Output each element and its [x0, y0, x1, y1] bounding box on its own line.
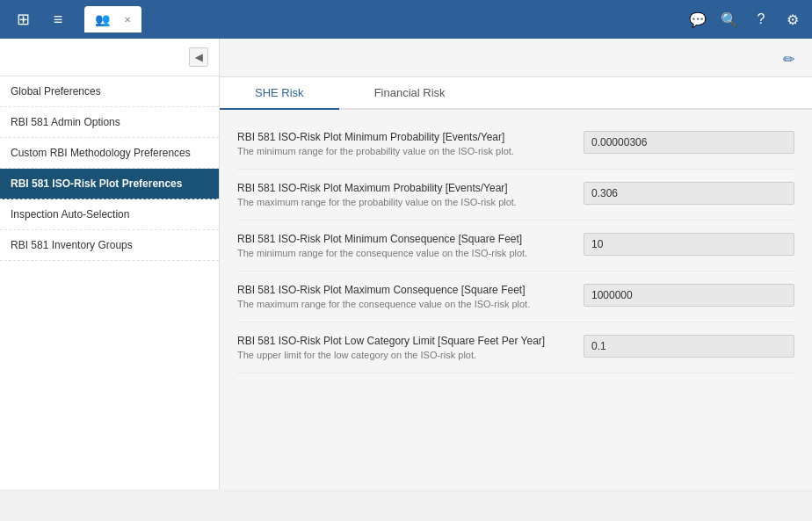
field-row-low-category-limit: RBI 581 ISO-Risk Plot Low Category Limit…: [237, 322, 794, 373]
field-label-group-low-category-limit: RBI 581 ISO-Risk Plot Low Category Limit…: [237, 335, 569, 360]
field-label-min-consequence: RBI 581 ISO-Risk Plot Minimum Consequenc…: [237, 233, 569, 245]
sidebar-item-iso-risk[interactable]: RBI 581 ISO-Risk Plot Preferences: [0, 169, 219, 199]
field-label-min-probability: RBI 581 ISO-Risk Plot Minimum Probabilit…: [237, 131, 569, 143]
grid-icon[interactable]: ⊞: [7, 4, 39, 35]
settings-icon[interactable]: ⚙: [780, 7, 805, 32]
tab-she-risk[interactable]: SHE Risk: [220, 77, 339, 110]
sidebar-item-inventory[interactable]: RBI 581 Inventory Groups: [0, 230, 219, 261]
field-input-max-consequence[interactable]: [584, 284, 794, 307]
field-label-group-max-probability: RBI 581 ISO-Risk Plot Maximum Probabilit…: [237, 182, 569, 207]
tab-icon: 👥: [95, 12, 110, 26]
rbi-tab[interactable]: 👥 ✕: [84, 6, 141, 33]
edit-icon[interactable]: ✏: [783, 51, 794, 68]
field-desc-min-consequence: The minimum range for the consequence va…: [237, 248, 569, 258]
tab-close-button[interactable]: ✕: [124, 15, 131, 25]
top-bar: ⊞ ≡ 👥 ✕ 💬 🔍 ? ⚙: [0, 0, 812, 39]
field-label-group-min-probability: RBI 581 ISO-Risk Plot Minimum Probabilit…: [237, 131, 569, 156]
sidebar: ◀ Global PreferencesRBI 581 Admin Option…: [0, 39, 220, 489]
field-input-min-probability[interactable]: [584, 131, 794, 154]
collapse-button[interactable]: ◀: [189, 47, 208, 67]
field-input-min-consequence[interactable]: [584, 233, 794, 256]
field-label-max-consequence: RBI 581 ISO-Risk Plot Maximum Consequenc…: [237, 284, 569, 296]
field-label-group-max-consequence: RBI 581 ISO-Risk Plot Maximum Consequenc…: [237, 284, 569, 309]
field-input-low-category-limit[interactable]: [584, 335, 794, 358]
content-tabs: SHE RiskFinancial Risk: [220, 77, 812, 110]
field-row-max-probability: RBI 581 ISO-Risk Plot Maximum Probabilit…: [237, 170, 794, 221]
field-desc-max-consequence: The maximum range for the consequence va…: [237, 299, 569, 309]
search-icon[interactable]: 🔍: [717, 7, 742, 32]
sidebar-item-inspection[interactable]: Inspection Auto-Selection: [0, 199, 219, 230]
sidebar-item-custom-methodology[interactable]: Custom RBI Methodology Preferences: [0, 138, 219, 169]
content-header: ✏: [220, 39, 812, 77]
field-label-low-category-limit: RBI 581 ISO-Risk Plot Low Category Limit…: [237, 335, 569, 347]
field-row-min-probability: RBI 581 ISO-Risk Plot Minimum Probabilit…: [237, 119, 794, 170]
sidebar-header: ◀: [0, 39, 219, 76]
help-icon[interactable]: ?: [749, 7, 773, 32]
fields-area: RBI 581 ISO-Risk Plot Minimum Probabilit…: [220, 110, 812, 489]
field-label-group-min-consequence: RBI 581 ISO-Risk Plot Minimum Consequenc…: [237, 233, 569, 258]
field-desc-max-probability: The maximum range for the probability va…: [237, 197, 569, 207]
field-row-max-consequence: RBI 581 ISO-Risk Plot Maximum Consequenc…: [237, 271, 794, 322]
nav-items: Global PreferencesRBI 581 Admin OptionsC…: [0, 76, 219, 261]
message-icon[interactable]: 💬: [685, 7, 710, 32]
field-desc-low-category-limit: The upper limit for the low category on …: [237, 350, 569, 360]
content-area: ✏ SHE RiskFinancial Risk RBI 581 ISO-Ris…: [220, 39, 812, 489]
tab-bar: 👥 ✕: [84, 6, 141, 33]
field-row-min-consequence: RBI 581 ISO-Risk Plot Minimum Consequenc…: [237, 221, 794, 271]
main-layout: ◀ Global PreferencesRBI 581 Admin Option…: [0, 39, 812, 489]
tree-icon[interactable]: ≡: [42, 4, 74, 35]
field-input-max-probability[interactable]: [584, 182, 794, 205]
right-toolbar: 💬 🔍 ? ⚙: [685, 7, 805, 32]
sidebar-item-admin-options[interactable]: RBI 581 Admin Options: [0, 107, 219, 138]
sidebar-item-global[interactable]: Global Preferences: [0, 76, 219, 107]
field-label-max-probability: RBI 581 ISO-Risk Plot Maximum Probabilit…: [237, 182, 569, 194]
field-desc-min-probability: The minimum range for the probability va…: [237, 146, 569, 156]
tab-financial-risk[interactable]: Financial Risk: [339, 77, 481, 110]
